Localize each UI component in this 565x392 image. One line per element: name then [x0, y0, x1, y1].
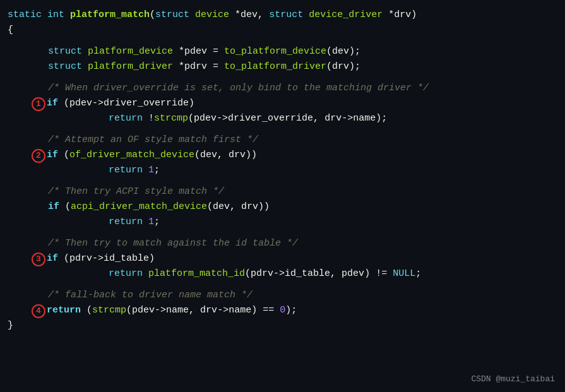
line-return-strcmp-name: 4 return (strcmp(pdev->name, drv->name) …: [8, 303, 555, 318]
ptr-pdev: *pdev =: [179, 44, 224, 59]
line-if-driver-override: 1 if (pdev->driver_override): [8, 96, 555, 111]
paren-if1-close: ): [189, 96, 194, 110]
line-return-1-acpi: return 1;: [8, 215, 555, 230]
annotation-2: 2: [32, 149, 45, 163]
paren-if4-open: (: [64, 251, 69, 266]
arrow-7: ->: [217, 303, 229, 318]
type-platform-driver: platform_driver: [88, 59, 179, 74]
brace-open: {: [8, 23, 13, 37]
fn-platform-match-id: platform_match_id: [148, 266, 245, 281]
op-not: !: [148, 111, 154, 126]
paren-if4-close: ): [149, 251, 155, 266]
paren-pmid-open: (: [245, 266, 251, 281]
kw-if-4: if: [47, 251, 64, 266]
comment-driver-override: /* When driver_override is set, only bin…: [48, 81, 429, 95]
paren-if2-open: (: [64, 148, 69, 162]
arrow-1: ->: [92, 96, 104, 110]
arrow-6: ->: [155, 303, 166, 318]
paren-strcmp1: (: [188, 111, 194, 126]
paren-if2-close: ): [251, 148, 257, 162]
var-pdrv-1: pdrv: [69, 251, 92, 266]
line-brace-close: }: [8, 318, 555, 333]
semi-2: ;: [154, 163, 160, 177]
fn-acpi-driver-match: acpi_driver_match_device: [71, 199, 207, 214]
var-name-1: name: [353, 111, 376, 126]
comment-id-table: /* Then try to match against the id tabl…: [48, 236, 298, 251]
semi-4: ;: [415, 266, 421, 281]
paren-ret-open: (: [86, 303, 92, 318]
comment-fallback: /* fall-back to driver name match */: [48, 288, 253, 302]
ptr-pdrv: *pdrv =: [179, 59, 224, 74]
line-comment-override: /* When driver_override is set, only bin…: [8, 81, 555, 96]
fn-strcmp-2: strcmp: [92, 303, 126, 318]
annotation-4: 4: [32, 304, 45, 318]
annotation-1: 1: [32, 97, 45, 111]
paren-if3-open: (: [65, 199, 71, 214]
code-block: static int platform_match(struct device …: [0, 0, 565, 392]
kw-null: NULL: [393, 266, 415, 281]
type-device: device: [195, 8, 235, 22]
kw-if-3: if: [48, 199, 65, 214]
kw-if-2: if: [47, 148, 64, 162]
arrow-3: ->: [342, 111, 353, 126]
var-name-2: name,: [166, 303, 200, 318]
line-comment-acpi: /* Then try ACPI style match */: [8, 184, 555, 199]
line-if-id-table: 3 if (pdrv->id_table): [8, 251, 555, 266]
fn-to-platform-driver: to_platform_driver: [224, 59, 326, 74]
ptr-drv: *drv): [388, 8, 417, 22]
var-pdev-override: pdev: [69, 96, 92, 110]
ptr-dev: *dev,: [235, 8, 269, 22]
paren-acpi-open: (dev, drv): [207, 199, 264, 214]
fn-of-driver-match: of_driver_match_device: [69, 148, 194, 162]
paren-open: (: [150, 8, 155, 22]
brace-close: }: [8, 318, 13, 333]
paren-pdev: (dev);: [326, 44, 360, 59]
paren-strcmp2-close: ): [251, 303, 257, 318]
var-pdev-2: pdev: [194, 111, 217, 126]
paren-strcmp2-open: (: [126, 303, 132, 318]
arrow-4: ->: [92, 251, 104, 266]
annotation-3: 3: [32, 252, 45, 266]
kw-struct-pdrv: struct: [48, 59, 88, 74]
paren-pdrv: (drv);: [326, 59, 360, 74]
semi-5: ;: [291, 303, 297, 318]
line-return-strcmp-override: return !strcmp(pdev->driver_override, dr…: [8, 111, 555, 126]
arrow-2: ->: [217, 111, 228, 126]
op-eq: ==: [257, 303, 280, 318]
comment-of-style: /* Attempt an OF style match first */: [48, 133, 258, 147]
num-0: 0: [280, 303, 285, 318]
line-return-1-of: return 1;: [8, 163, 555, 178]
var-pdrv-2: pdrv: [251, 266, 273, 281]
var-driver-override: driver_override: [104, 96, 189, 110]
var-driver-override-2: driver_override,: [228, 111, 324, 126]
line-pdrv-decl: struct platform_driver *pdrv = to_platfo…: [8, 59, 555, 74]
var-name-3: name: [229, 303, 251, 318]
line-return-platform-match-id: return platform_match_id(pdrv->id_table,…: [8, 266, 555, 282]
paren-if3-close: ): [264, 199, 270, 214]
fn-strcmp-1: strcmp: [154, 111, 188, 126]
num-1-acpi: 1: [148, 215, 154, 229]
num-1-of: 1: [148, 163, 154, 177]
arrow-5: ->: [273, 266, 285, 281]
line-if-acpi-driver: if (acpi_driver_match_device(dev, drv)): [8, 199, 555, 215]
var-drv-2: drv: [200, 303, 217, 318]
kw-return-1: return: [109, 111, 148, 126]
var-pdev-name: pdev: [132, 303, 155, 318]
paren-if1: (: [64, 96, 69, 110]
function-name: platform_match: [70, 8, 150, 22]
keyword-static: static: [8, 8, 47, 22]
line-brace-open: {: [8, 23, 555, 38]
kw-if-1: if: [47, 96, 64, 110]
line-function-signature: static int platform_match(struct device …: [8, 8, 555, 23]
semi-3: ;: [154, 215, 160, 229]
type-struct1: struct: [155, 8, 195, 22]
line-if-of-driver: 2 if (of_driver_match_device(dev, drv)): [8, 148, 555, 163]
kw-return-5: return: [47, 303, 86, 318]
paren-ret-close: ): [285, 303, 291, 318]
var-drv-name-1: drv: [324, 111, 342, 126]
kw-return-2: return: [109, 163, 148, 177]
paren-of-open: (dev, drv): [194, 148, 251, 162]
semi-1: );: [376, 111, 387, 126]
watermark: CSDN @muzi_taibai: [471, 373, 555, 386]
kw-return-4: return: [109, 266, 148, 281]
